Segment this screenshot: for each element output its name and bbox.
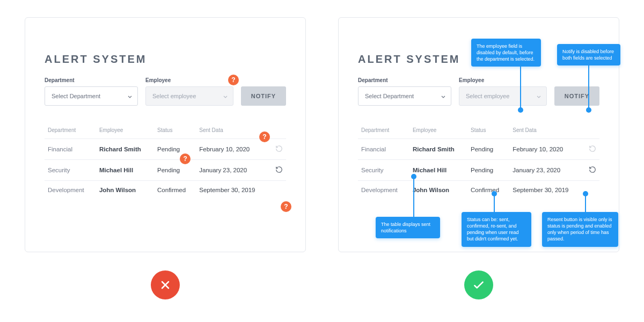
department-select[interactable]: Select Department: [45, 86, 138, 106]
col-department: Department: [358, 124, 409, 139]
filter-row: Department Select Department Employee Se…: [45, 77, 286, 106]
annotation-resend-rule: Resent button is visible only is status …: [542, 212, 618, 247]
table-row: Security Michael Hill Pending ? January …: [45, 160, 286, 181]
notify-button[interactable]: NOTIFY: [554, 86, 599, 106]
notifications-table: Department Employee Status Sent Data Fin…: [358, 124, 599, 199]
cell-employee: John Wilson: [409, 181, 467, 200]
table-row: Financial Richard Smith Pending February…: [358, 139, 599, 160]
annotation-notify-disabled: Notify is disabled before both fields ar…: [557, 44, 620, 65]
question-badge-icon[interactable]: ?: [281, 201, 291, 212]
cell-employee: Michael Hill: [409, 160, 467, 181]
resend-icon[interactable]: [275, 166, 283, 173]
cell-status: Pending: [467, 139, 509, 160]
cell-department: Development: [358, 181, 409, 200]
cell-department: Security: [358, 160, 409, 181]
cell-employee: Michael Hill: [96, 160, 154, 181]
cell-department: Development: [45, 181, 96, 200]
cell-employee: John Wilson: [96, 181, 154, 200]
page-title: ALERT SYSTEM: [45, 53, 286, 65]
col-employee: Employee: [96, 124, 154, 139]
table-row: Security Michael Hill Pending January 23…: [358, 160, 599, 181]
annotation-connector: [413, 177, 414, 217]
cell-sent: January 23, 2020: [196, 160, 271, 181]
cell-sent: February 10, 2020: [196, 139, 271, 160]
department-label: Department: [45, 77, 138, 83]
annotation-dot-icon: [518, 107, 523, 113]
annotation-dot-icon: [492, 191, 497, 196]
department-label: Department: [358, 77, 451, 83]
cell-status: Pending ?: [154, 160, 196, 181]
cell-status: Pending: [467, 160, 509, 181]
chevron-down-icon: [537, 93, 541, 99]
notifications-table-wrapper: Department Employee Status Sent Data Fin…: [45, 124, 286, 199]
notify-button-label: NOTIFY: [251, 93, 276, 99]
employee-select-placeholder: Select employee: [466, 93, 509, 99]
annotation-dot-icon: [586, 107, 591, 113]
cell-sent: January 23, 2020: [509, 160, 584, 181]
annotation-connector: [588, 62, 589, 108]
col-department: Department: [45, 124, 96, 139]
question-badge-icon[interactable]: ?: [180, 153, 191, 164]
notifications-table: Department Employee Status Sent Data Fin…: [45, 124, 286, 199]
cell-sent: February 10, 2020: [509, 139, 584, 160]
cell-department: Financial: [358, 139, 409, 160]
cell-status: Confirmed: [154, 181, 196, 200]
department-select-placeholder: Select Department: [52, 93, 100, 99]
resend-icon: [589, 145, 596, 152]
annotation-dot-icon: [411, 174, 416, 179]
annotation-connector: [585, 194, 586, 212]
col-status: Status: [154, 124, 196, 139]
resend-icon: [275, 145, 283, 152]
good-verdict-icon: [464, 270, 493, 299]
bad-example-card: ALERT SYSTEM Department Select Departmen…: [25, 17, 306, 252]
col-employee: Employee: [409, 124, 467, 139]
annotation-connector: [494, 194, 495, 212]
notify-button-label: NOTIFY: [565, 93, 589, 99]
annotation-status-values: Status can be: sent, confirmed, re-sent,…: [462, 212, 531, 247]
col-status: Status: [467, 124, 509, 139]
question-badge-icon[interactable]: ?: [228, 75, 239, 85]
cell-sent: September 30, 2019: [196, 181, 271, 200]
employee-select: Select employee: [145, 86, 233, 106]
department-select-placeholder: Select Department: [365, 93, 414, 99]
filter-row: Department Select Department Employee Se…: [358, 77, 599, 106]
cell-department: Financial: [45, 139, 96, 160]
cell-status: Confirmed: [467, 181, 509, 200]
employee-label: Employee: [145, 77, 233, 83]
table-row: Financial Richard Smith Pending February…: [45, 139, 286, 160]
annotation-connector: [520, 64, 521, 108]
cell-employee: Richard Smith: [96, 139, 154, 160]
table-row: Development John Wilson Confirmed Septem…: [358, 181, 599, 200]
col-sent: Sent Data: [509, 124, 584, 139]
table-row: Development John Wilson Confirmed Septem…: [45, 181, 286, 200]
department-select[interactable]: Select Department: [358, 86, 451, 106]
bad-verdict-icon: [151, 270, 180, 299]
notify-button[interactable]: NOTIFY: [241, 86, 286, 106]
cell-employee: Richard Smith: [409, 139, 467, 160]
question-badge-icon[interactable]: ?: [259, 131, 270, 142]
chevron-down-icon: [441, 93, 445, 99]
cell-sent: September 30, 2019: [509, 181, 584, 200]
resend-icon[interactable]: [589, 166, 596, 173]
annotation-employee-disabled: The employee field is disabled by defaul…: [471, 39, 541, 67]
employee-select-placeholder: Select employee: [152, 93, 196, 99]
employee-label: Employee: [459, 77, 547, 83]
employee-select: Select employee: [459, 86, 547, 106]
annotation-dot-icon: [583, 191, 588, 196]
chevron-down-icon: [128, 93, 132, 99]
annotation-table-purpose: The table displays sent notifications: [376, 217, 440, 238]
chevron-down-icon: [223, 93, 228, 99]
cell-department: Security: [45, 160, 96, 181]
